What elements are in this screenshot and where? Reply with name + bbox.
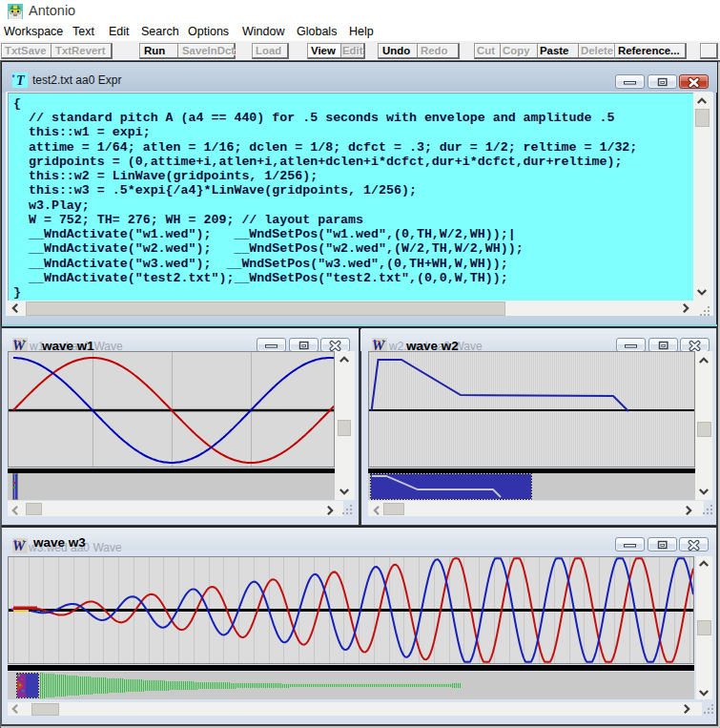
svg-text:T: T (16, 73, 26, 88)
